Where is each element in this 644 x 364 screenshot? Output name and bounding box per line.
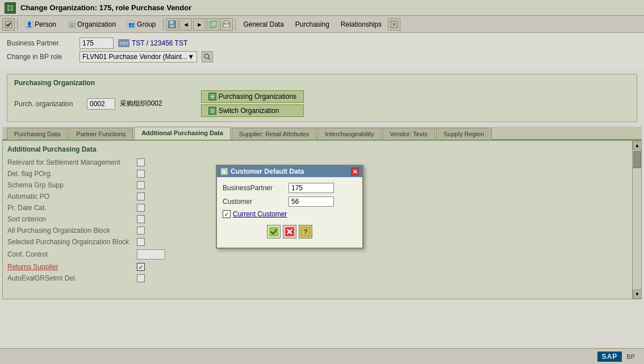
modal-ok-btn[interactable]	[267, 225, 281, 239]
modal-bp-row: BusinessPartner	[223, 183, 357, 193]
svg-text:?: ?	[304, 228, 308, 235]
modal-overlay: 📋 Customer Default Data ✕ BusinessPartne…	[0, 0, 644, 364]
modal-title: Customer Default Data	[231, 168, 304, 175]
modal-title-icon: 📋	[220, 168, 228, 175]
current-customer-checkbox[interactable]: ✓	[223, 210, 231, 218]
modal-body: BusinessPartner Customer ✓ Current Custo…	[217, 177, 362, 248]
modal-help-btn[interactable]: ?	[299, 225, 312, 239]
current-customer-label: Current Customer	[233, 210, 287, 218]
modal-customer-input[interactable]	[288, 196, 334, 207]
modal-actions: ?	[223, 221, 357, 242]
modal-titlebar: 📋 Customer Default Data ✕	[217, 166, 362, 177]
modal-customer-label: Customer	[223, 198, 285, 206]
customer-default-dialog: 📋 Customer Default Data ✕ BusinessPartne…	[216, 165, 363, 249]
modal-bp-label: BusinessPartner	[223, 184, 285, 192]
modal-current-customer-row: ✓ Current Customer	[223, 210, 357, 218]
modal-close-btn[interactable]: ✕	[351, 168, 359, 175]
svg-text:📋: 📋	[221, 169, 227, 174]
modal-bp-input[interactable]	[288, 183, 334, 193]
modal-cancel-btn[interactable]	[283, 225, 296, 239]
modal-customer-row: Customer	[223, 196, 357, 207]
